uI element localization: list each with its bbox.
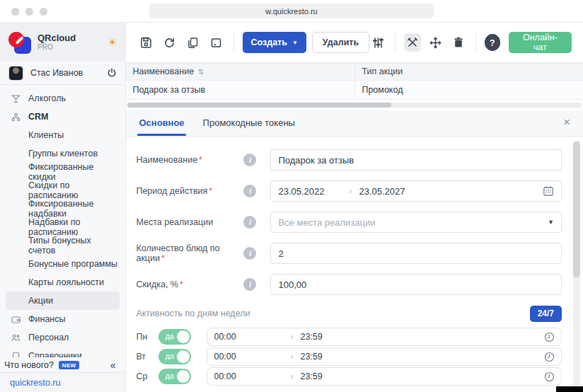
places-select[interactable]: ▼ [270,212,562,233]
range-arrow-icon: › [290,371,293,381]
name-field[interactable] [270,149,562,171]
window-controls[interactable] [11,0,47,23]
day-row-wednesday: Ср да 00:00 › 23:59 [136,367,562,386]
sidebar-item-scheduled-surcharges[interactable]: Надбавки по расписанию [6,218,120,236]
user-row[interactable]: Стас Иванов [0,62,125,85]
promotion-form: Наименование* i Период действия* i 23.05… [126,137,583,387]
table-row[interactable]: Подарок за отзыв Промокод [126,80,583,100]
day-row-tuesday: Вт да 00:00 › 23:59 [136,347,562,366]
copy-icon[interactable] [184,33,202,52]
sidebar-item-alcohol[interactable]: Алкоголь [6,89,120,108]
time-range-field[interactable]: 00:00 › 23:59 [207,347,562,366]
info-icon[interactable]: i [243,247,256,260]
day-row-monday: Пн да 00:00 › 23:59 [136,328,562,346]
time-range-field[interactable]: 00:00 › 23:59 [207,367,562,386]
day-toggle[interactable]: да [158,329,191,345]
vscroll-thumb[interactable] [573,142,580,277]
detail-panel: Основное Промокодные токены × Наименован… [126,110,583,392]
toolbar: Создать ▼ Удалить [126,23,583,62]
toggle-knob [177,330,190,343]
delete-button[interactable]: Удалить [312,32,369,53]
time-to[interactable]: 23:59 [300,332,322,342]
create-button[interactable]: Создать ▼ [243,32,306,53]
sidebar-item-promotions[interactable]: Акции [6,292,120,310]
column-header-name[interactable]: Наименование ⇅ [126,63,354,80]
close-icon[interactable]: × [563,116,570,128]
online-chat-button[interactable]: Онлайн-чат [509,32,572,53]
sidebar-item-loyalty-cards[interactable]: Карты лояльности [6,273,120,292]
time-to[interactable]: 23:59 [300,352,322,362]
time-range-field[interactable]: 00:00 › 23:59 [207,328,562,346]
whats-new-link[interactable]: Что нового? [4,360,54,370]
help-button[interactable]: ? [485,34,500,51]
discount-field[interactable] [270,274,562,295]
refresh-icon[interactable] [161,33,178,52]
address-bar[interactable]: w.quickresto.ru [149,4,434,18]
move-icon[interactable] [427,33,444,52]
collapse-sidebar-icon[interactable]: « [110,359,116,371]
screen-corner-artifact [556,386,583,392]
day-toggle[interactable]: да [158,369,191,384]
quickresto-link[interactable]: quickresto.ru [10,378,61,388]
range-arrow-icon: › [290,352,293,362]
day-label: Ср [136,371,153,381]
clock-icon[interactable] [544,371,555,382]
people-icon [10,333,21,342]
clock-icon[interactable] [544,352,555,362]
time-from[interactable]: 00:00 [214,332,287,342]
time-to[interactable]: 23:59 [300,371,322,381]
sidebar: QRcloud PRO ☀ Стас Иванов Алкоголь [0,23,126,392]
places-input[interactable] [278,217,548,228]
sort-icon[interactable]: ⇅ [198,68,204,76]
time-from[interactable]: 00:00 [214,371,287,381]
day-toggle[interactable]: да [158,349,191,364]
tab-main[interactable]: Основное [137,117,185,136]
sidebar-item-bonus-programs[interactable]: Бонусные программы [6,255,120,273]
sidebar-item-bonus-account-types[interactable]: Типы бонусных счетов [6,236,120,255]
period-field[interactable]: 23.05.2022 › 23.05.2027 [270,180,562,202]
label-icon[interactable] [207,33,225,52]
chevron-down-icon: ▼ [292,40,298,46]
column-header-type[interactable]: Тип акции [354,63,583,80]
period-from[interactable]: 23.05.2022 [278,186,346,197]
info-icon[interactable]: i [243,278,256,291]
sidebar-item-scheduled-discounts[interactable]: Скидки по расписанию [6,181,120,200]
range-arrow-icon: › [349,186,352,196]
all-day-button[interactable]: 24/7 [530,306,562,322]
sidebar-item-clients[interactable]: Клиенты [6,126,120,144]
sidebar-item-directories[interactable]: Справочники [6,347,120,357]
sidebar-item-client-groups[interactable]: Группы клиентов [6,144,120,163]
sidebar-item-crm[interactable]: CRM [6,108,120,126]
brand-header: QRcloud PRO ☀ [0,23,125,62]
sidebar-item-staff[interactable]: Персонал [6,328,120,347]
theme-sun-icon[interactable]: ☀ [108,36,117,49]
trash-icon[interactable] [450,33,467,52]
period-to[interactable]: 23.05.2027 [359,186,405,197]
tab-promo-tokens[interactable]: Промокодные токены [202,117,296,136]
save-icon[interactable] [137,33,155,52]
info-icon[interactable]: i [243,216,256,229]
logout-power-icon[interactable] [107,68,117,78]
clock-icon[interactable] [544,332,555,342]
calendar-icon[interactable] [543,185,554,197]
day-label: Вт [136,352,153,362]
dish-count-input[interactable] [278,248,554,259]
crm-icon [10,113,21,122]
tools-icon[interactable] [404,33,421,52]
activity-section-label: Активность по дням недели [136,309,250,318]
filter-sliders-icon[interactable] [369,33,386,52]
info-icon[interactable]: i [243,154,256,166]
table-header: Наименование ⇅ Тип акции [126,62,583,80]
info-icon[interactable]: i [243,185,256,197]
dish-count-field[interactable] [270,243,562,264]
name-input[interactable] [278,155,554,166]
time-from[interactable]: 00:00 [214,352,287,362]
day-label: Пн [136,332,153,342]
sidebar-item-fixed-discounts[interactable]: Фиксированные скидки [6,163,120,181]
wallet-icon [10,315,21,324]
sidebar-item-finance[interactable]: Финансы [6,310,120,328]
discount-input[interactable] [278,279,554,290]
name-label: Наименование* [136,155,243,165]
sidebar-item-fixed-surcharges[interactable]: Фиксированные надбавки [6,200,120,218]
hscroll-thumb[interactable] [127,103,391,108]
